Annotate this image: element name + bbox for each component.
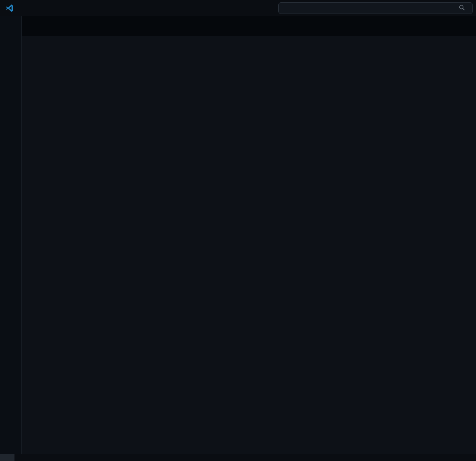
breadcrumb: [22, 36, 476, 48]
status-bar: [0, 454, 476, 461]
remote-indicator[interactable]: [0, 454, 14, 461]
activity-bar: [0, 16, 22, 461]
search-icon: [459, 5, 465, 12]
code-editor[interactable]: [22, 47, 476, 454]
tab-bar: [22, 16, 476, 36]
vscode-window: { "titlebar": { "menus": ["File", "Edit"…: [0, 0, 476, 461]
command-center-search[interactable]: [278, 2, 473, 14]
vscode-logo-icon: [5, 3, 14, 13]
